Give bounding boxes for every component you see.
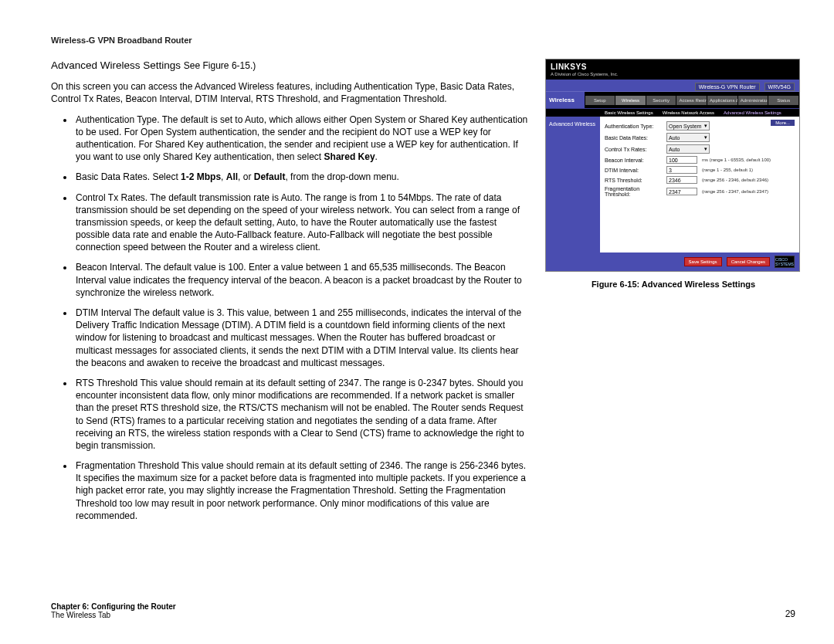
tab-apps[interactable]: Applications & Gaming [707, 96, 737, 105]
bullet-text: , or [238, 171, 254, 182]
chevron-down-icon: ▾ [704, 146, 707, 152]
product-name: Wireless-G VPN Router [695, 83, 760, 91]
label-frag-threshold: Fragmentation Threshold: [605, 186, 666, 197]
section-title-lead: Advanced Wireless Settings [51, 59, 184, 71]
bullet-text: Basic Data Rates. Select [76, 171, 181, 182]
intro-paragraph: On this screen you can access the Advanc… [51, 80, 530, 105]
select-auth-type[interactable]: Open System▾ [666, 121, 710, 130]
row-dtim-interval: DTIM Interval: 3 (range 1 - 255, default… [605, 166, 795, 174]
input-beacon-interval[interactable]: 100 [666, 156, 697, 164]
row-frag-threshold: Fragmentation Threshold: 2347 (range 256… [605, 186, 795, 197]
row-basic-data-rates: Basic Data Rates: Auto▾ [605, 133, 795, 142]
subtab-access[interactable]: Wireless Network Access [663, 110, 714, 115]
content-columns: Advanced Wireless Settings See Figure 6-… [51, 59, 795, 530]
section-title: Advanced Wireless Settings See Figure 6-… [51, 59, 530, 73]
label-basic-data-rates: Basic Data Rates: [605, 135, 666, 141]
list-item: Basic Data Rates. Select 1-2 Mbps, All, … [74, 171, 530, 183]
bold-text: 1-2 Mbps [181, 171, 221, 182]
chevron-down-icon: ▾ [704, 123, 707, 129]
chevron-down-icon: ▾ [704, 134, 707, 141]
label-beacon-interval: Beacon Interval: [605, 158, 666, 163]
label-rts-threshold: RTS Threshold: [605, 178, 666, 183]
sub-tabs: Basic Wireless Settings Wireless Network… [546, 109, 799, 117]
list-item: Fragmentation Threshold This value shoul… [74, 459, 530, 522]
hint-rts-threshold: (range 256 - 2346, default 2346) [702, 178, 768, 182]
screenshot-titlebar: Wireless-G VPN Router WRV54G [546, 80, 799, 91]
hint-beacon-interval: ms (range 1 - 65535, default 100) [702, 158, 771, 162]
subtab-advanced[interactable]: Advanced Wireless Settings [724, 110, 781, 115]
figure-caption: Figure 6-15: Advanced Wireless Settings [545, 280, 802, 289]
subtab-basic[interactable]: Basic Wireless Settings [605, 110, 653, 115]
doc-header: Wireless-G VPN Broadband Router [51, 36, 795, 45]
list-item: RTS Threshold This value should remain a… [74, 377, 530, 452]
bold-text: Shared Key [324, 151, 375, 162]
router-screenshot: LINKSYS A Division of Cisco Systems, Inc… [545, 59, 800, 272]
bullet-text: , from the drop-down menu. [285, 171, 398, 182]
footer-left: Chapter 6: Configuring the Router The Wi… [51, 602, 176, 619]
list-item: Beacon Interval. The default value is 10… [74, 261, 530, 299]
save-settings-button[interactable]: Save Settings [684, 257, 722, 266]
label-control-tx: Control Tx Rates: [605, 147, 666, 152]
tab-access[interactable]: Access Restrictions [676, 96, 707, 105]
footer-chapter: Chapter 6: Configuring the Router [51, 602, 176, 611]
more-button[interactable]: More... [771, 120, 795, 126]
tab-status[interactable]: Status [768, 96, 798, 105]
list-item: DTIM Interval The default value is 3. Th… [74, 307, 530, 369]
figure-column: LINKSYS A Division of Cisco Systems, Inc… [545, 59, 802, 530]
brand-block: LINKSYS A Division of Cisco Systems, Inc… [551, 63, 618, 76]
tab-wireless[interactable]: Wireless [615, 96, 646, 105]
screenshot-footer: Save Settings Cancel Changes CISCO SYSTE… [546, 253, 799, 271]
brand-subtitle: A Division of Cisco Systems, Inc. [551, 72, 618, 76]
bold-text: All [226, 171, 238, 182]
main-tabs: Setup Wireless Security Access Restricti… [585, 92, 799, 108]
label-dtim-interval: DTIM Interval: [605, 168, 666, 173]
bullet-text: Authentication Type. The default is set … [76, 114, 527, 163]
screenshot-tabrow: Wireless Setup Wireless Security Access … [546, 91, 799, 109]
row-rts-threshold: RTS Threshold: 2346 (range 256 - 2346, d… [605, 176, 795, 184]
input-rts-threshold[interactable]: 2346 [666, 176, 697, 184]
hint-frag-threshold: (range 256 - 2347, default 2347) [702, 189, 768, 194]
list-item: Control Tx Rates. The default transmissi… [74, 192, 530, 254]
tab-security[interactable]: Security [646, 96, 676, 105]
bullet-text: , [221, 171, 226, 182]
select-control-tx[interactable]: Auto▾ [666, 144, 710, 154]
input-frag-threshold[interactable]: 2347 [666, 188, 697, 195]
cisco-logo: CISCO SYSTEMS [775, 256, 795, 268]
screenshot-form: More... Authentication Type: Open System… [600, 117, 799, 253]
select-basic-data-rates[interactable]: Auto▾ [666, 133, 710, 142]
tab-setup[interactable]: Setup [585, 96, 615, 105]
screenshot-body: Advanced Wireless More... Authentication… [546, 117, 799, 253]
document-page: Wireless-G VPN Broadband Router Advanced… [0, 0, 834, 644]
bullet-list: Authentication Type. The default is set … [51, 114, 530, 522]
hint-dtim-interval: (range 1 - 255, default 1) [702, 168, 753, 172]
row-auth-type: Authentication Type: Open System▾ [605, 121, 795, 130]
section-title-trail: See Figure 6-15.) [184, 60, 256, 71]
bullet-text: . [375, 151, 378, 162]
brand-logo: LINKSYS [551, 63, 618, 71]
list-item: Authentication Type. The default is set … [74, 114, 530, 164]
cancel-changes-button[interactable]: Cancel Changes [727, 257, 770, 266]
body-column: Advanced Wireless Settings See Figure 6-… [51, 59, 530, 530]
page-footer: Chapter 6: Configuring the Router The Wi… [51, 602, 795, 619]
screenshot-brandbar: LINKSYS A Division of Cisco Systems, Inc… [546, 59, 799, 80]
label-auth-type: Authentication Type: [605, 124, 666, 129]
section-label: Wireless [546, 92, 585, 108]
row-control-tx: Control Tx Rates: Auto▾ [605, 144, 795, 154]
screenshot-sidebar: Advanced Wireless [546, 117, 600, 253]
input-dtim-interval[interactable]: 3 [666, 166, 697, 174]
bold-text: Default [254, 171, 286, 182]
page-number: 29 [785, 608, 795, 619]
footer-tab: The Wireless Tab [51, 611, 176, 619]
tab-admin[interactable]: Administration [738, 96, 768, 105]
model-name: WRV54G [764, 83, 795, 91]
row-beacon-interval: Beacon Interval: 100 ms (range 1 - 65535… [605, 156, 795, 164]
